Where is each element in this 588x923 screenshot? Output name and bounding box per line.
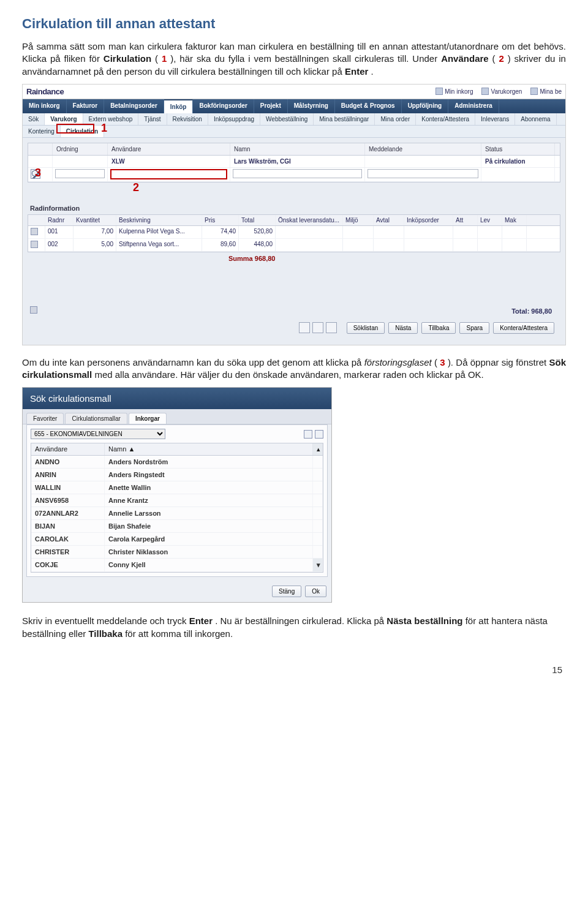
- toplink-mine[interactable]: Mina be: [530, 88, 562, 95]
- nav-betalningsorder[interactable]: Betalningsorder: [104, 99, 164, 113]
- total-label: Total: 968,80: [511, 301, 560, 318]
- nav-fakturor[interactable]: Fakturor: [67, 99, 105, 113]
- trash-icon[interactable]: [30, 306, 37, 314]
- rd-drow-1: 001 7,00 Kulpenna Pilot Vega S... 74,40 …: [28, 226, 560, 239]
- gh-namn[interactable]: Namn ▲: [105, 443, 313, 455]
- radinformation-title: Radinformation: [28, 205, 560, 212]
- sn-rekvisition[interactable]: Rekvisition: [167, 113, 208, 125]
- sn-abonnema[interactable]: Abonnema: [515, 113, 556, 125]
- dlg-row[interactable]: WALLINAnette Wallin: [31, 481, 323, 494]
- dh-avtal: Avtal: [374, 215, 404, 225]
- btn-spara[interactable]: Spara: [459, 322, 489, 334]
- btn-kontera[interactable]: Kontera/Attestera: [493, 322, 554, 334]
- inbox-icon: [435, 88, 443, 95]
- dlg-row[interactable]: ANRINAnders Ringstedt: [31, 469, 323, 481]
- dlg-title: Sök cirkulationsmall: [23, 388, 331, 409]
- sn-inkopsuppdrag[interactable]: Inköpsuppdrag: [208, 113, 260, 125]
- tab-favoriter[interactable]: Favoriter: [26, 413, 64, 424]
- screenshot-search-dialog: Sök cirkulationsmall Favoriter Cirkulati…: [22, 387, 332, 603]
- tab-inkorgar[interactable]: Inkorgar: [129, 413, 167, 424]
- action-icon[interactable]: [312, 322, 323, 333]
- sn2-kontering[interactable]: Kontering: [23, 126, 61, 137]
- action-icon[interactable]: [299, 322, 310, 333]
- dr-pris: 89,60: [202, 239, 239, 251]
- doc-icon: [530, 88, 538, 95]
- trash-icon[interactable]: [31, 241, 38, 248]
- btn-ok[interactable]: Ok: [305, 586, 326, 597]
- dlg-row[interactable]: CAROLAKCarola Karpegård: [31, 533, 323, 546]
- dlg-row[interactable]: COKJEConny Kjell▾: [31, 559, 323, 572]
- dh-inkopsorder: Inköpsorder: [404, 215, 453, 225]
- nav-uppfoljning[interactable]: Uppföljning: [402, 99, 449, 113]
- dr-kv: 5,00: [74, 239, 116, 251]
- sn-tjanst[interactable]: Tjänst: [138, 113, 167, 125]
- cell-a: 072ANNLAR2: [31, 507, 105, 519]
- input-meddelande[interactable]: [368, 169, 478, 178]
- rd-grid: Ordning Användare Namn Meddelande Status…: [28, 143, 560, 183]
- text-bold: Enter: [189, 616, 213, 626]
- nav-projekt[interactable]: Projekt: [254, 99, 288, 113]
- col-ordning: Ordning: [53, 143, 108, 155]
- dh-radnr: Radnr: [45, 215, 74, 225]
- scroll-up-icon[interactable]: ▴: [313, 443, 323, 455]
- print-icon[interactable]: [315, 430, 323, 439]
- nav-malstyrning[interactable]: Målstyrning: [288, 99, 335, 113]
- sn-webbestallning[interactable]: Webbeställning: [260, 113, 314, 125]
- btn-nasta[interactable]: Nästa: [388, 322, 418, 334]
- scroll-down-icon[interactable]: ▾: [313, 559, 323, 571]
- annotation-box-1: [56, 124, 94, 134]
- screenshot-raindance: Raindance Min inkorg Varukorgen Mina be …: [22, 84, 566, 345]
- toplink-cart[interactable]: Varukorgen: [481, 88, 522, 95]
- dlg-row[interactable]: BIJANBijan Shafeie: [31, 520, 323, 533]
- nav-inkop[interactable]: Inköp: [164, 99, 194, 113]
- rd-drow-2: 002 5,00 Stiftpenna Vega sort... 89,60 4…: [28, 239, 560, 252]
- dlg-row[interactable]: ANDNOAnders Nordström: [31, 456, 323, 469]
- rd-topbar: Raindance Min inkorg Varukorgen Mina be: [23, 85, 565, 99]
- input-namn[interactable]: [233, 169, 362, 178]
- sn-minaorder[interactable]: Mina order: [375, 113, 416, 125]
- label: Mina be: [540, 88, 562, 95]
- text: (: [434, 357, 437, 367]
- export-excel-icon[interactable]: [304, 430, 312, 439]
- paragraph-2: Om du inte kan personens användarnamn ka…: [22, 356, 566, 382]
- sn-inleverans[interactable]: Inleverans: [475, 113, 515, 125]
- nav-budget[interactable]: Budget & Prognos: [335, 99, 402, 113]
- nav-admin[interactable]: Administrera: [448, 99, 499, 113]
- sn-minabestallningar[interactable]: Mina beställningar: [314, 113, 375, 125]
- dlg-row[interactable]: CHRISTERChrister Niklasson: [31, 546, 323, 559]
- dr-radnr: 002: [45, 239, 74, 251]
- dlg-row[interactable]: ANSV6958Anne Krantz: [31, 494, 323, 507]
- btn-tillbaka[interactable]: Tillbaka: [421, 322, 456, 334]
- gh-anvandare[interactable]: Användare: [31, 443, 105, 455]
- ref-1: 1: [162, 53, 167, 64]
- btn-stang[interactable]: Stäng: [272, 586, 301, 597]
- cell-a: COKJE: [31, 559, 105, 571]
- col-blank: [28, 143, 53, 155]
- cell-a: ANRIN: [31, 469, 105, 481]
- action-icon[interactable]: [326, 322, 337, 333]
- input-anvandare[interactable]: [110, 169, 227, 179]
- text-bold: Cirkulation: [104, 53, 151, 64]
- label: Min inkorg: [445, 88, 473, 95]
- sn-kontera[interactable]: Kontera/Attestera: [416, 113, 475, 125]
- dept-select[interactable]: 655 - EKONOMIAVDELNINGEN: [31, 429, 165, 439]
- dlg-actions: Stäng Ok: [23, 581, 331, 602]
- dh-att: Att: [453, 215, 478, 225]
- text: Om du inte kan personens användarnamn ka…: [22, 357, 364, 367]
- btn-soklistan[interactable]: Söklistan: [347, 322, 385, 334]
- text-bold: Enter: [345, 66, 368, 77]
- nav-bokforingsorder[interactable]: Bokföringsorder: [193, 99, 254, 113]
- trash-icon[interactable]: [31, 228, 38, 235]
- ref-2: 2: [499, 53, 503, 64]
- toplink-inbox[interactable]: Min inkorg: [435, 88, 473, 95]
- dlg-row[interactable]: 072ANNLAR2Annelie Larsson: [31, 507, 323, 520]
- text: ). Då öppnar sig fönstret: [448, 357, 549, 367]
- dh-beskrivning: Beskrivning: [116, 215, 202, 225]
- section-title: Cirkulation till annan attestant: [22, 16, 566, 32]
- nav-min-inkorg[interactable]: Min inkorg: [23, 99, 67, 113]
- sn-sok[interactable]: Sök: [23, 113, 45, 125]
- input-ordning[interactable]: [55, 169, 105, 178]
- text-bold: Användare: [441, 53, 489, 64]
- annotation-2: 2: [133, 181, 139, 194]
- tab-cirkmallar[interactable]: Cirkulationsmallar: [65, 413, 127, 424]
